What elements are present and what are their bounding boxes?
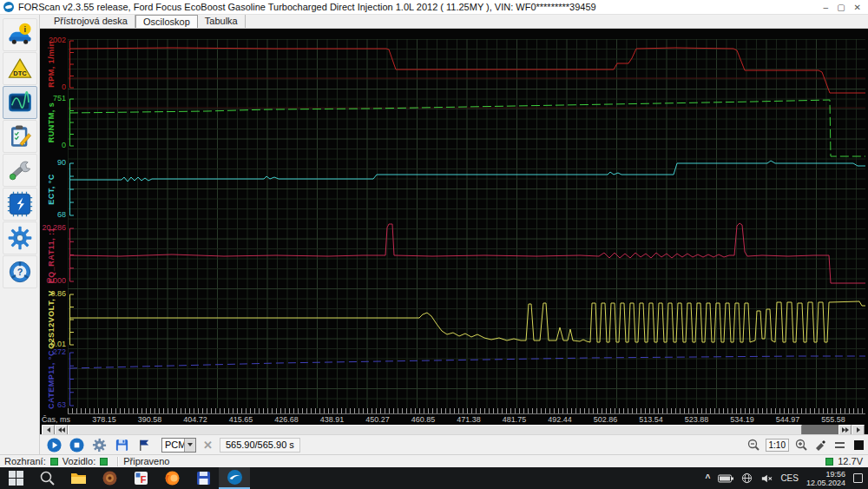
forscan-app-icon xyxy=(3,2,14,12)
taskbar-file-explorer[interactable] xyxy=(62,467,94,489)
sidebar-item-dtc[interactable]: DTC xyxy=(3,52,37,85)
link-disabled-icon[interactable]: ✕ xyxy=(203,439,213,452)
channel-min-value: 68 xyxy=(41,211,66,219)
sidebar-item-tests[interactable] xyxy=(3,120,37,153)
marker-pin-icon xyxy=(813,438,827,452)
svg-text:?: ? xyxy=(16,267,23,277)
clock-time: 19:56 xyxy=(825,470,845,479)
tab-table[interactable]: Tabulka xyxy=(198,15,246,28)
combo-dropdown-button[interactable] xyxy=(184,439,195,452)
svg-text:i: i xyxy=(23,25,26,34)
sidebar-item-service[interactable] xyxy=(3,154,37,187)
save-button[interactable] xyxy=(114,437,130,453)
clock-date: 12.05.2024 xyxy=(806,479,845,487)
lines-icon xyxy=(835,442,845,448)
sidebar-item-vehicle-info[interactable]: i xyxy=(3,18,37,51)
channel-max-value: 90 xyxy=(41,159,66,167)
playback-time-counter: 565.90/565.90 s xyxy=(220,438,300,453)
taskbar-search-button[interactable] xyxy=(31,467,62,489)
dtc-warning-icon: DTC xyxy=(7,56,33,82)
time-tick-label: 555.58 xyxy=(821,415,845,424)
channel-max-value: 2002 xyxy=(41,36,66,44)
battery-voltage: 12.7V xyxy=(838,456,863,466)
tray-chevron-up-icon[interactable]: ^ xyxy=(706,473,711,483)
configuration-chip-icon xyxy=(7,191,33,217)
status-bar: Rozhraní: Vozidlo: Připraveno 12.7V xyxy=(0,454,868,467)
taskbar-app-f[interactable]: F xyxy=(125,467,156,489)
status-text: Připraveno xyxy=(123,456,169,466)
grid-lines-button[interactable] xyxy=(832,438,846,452)
statusbar-divider xyxy=(117,457,118,466)
taskbar-app-brown[interactable] xyxy=(94,467,125,489)
background-color-button[interactable] xyxy=(852,438,865,452)
chevron-down-icon xyxy=(187,443,193,449)
round-app-icon xyxy=(102,470,118,486)
scope-plot[interactable] xyxy=(68,39,865,408)
action-center-icon[interactable] xyxy=(853,473,863,483)
taskbar-firefox[interactable] xyxy=(156,467,187,489)
speaker-muted-icon[interactable] xyxy=(760,473,773,484)
channel-min-value: 0.000 xyxy=(41,277,66,285)
time-tick-label: 534.19 xyxy=(730,415,754,424)
taskbar-app-floppy[interactable] xyxy=(187,467,219,489)
channel-label-1: RPM, 1/min xyxy=(47,41,56,88)
folder-icon xyxy=(70,470,87,486)
svg-text:DTC: DTC xyxy=(13,69,27,77)
tab-dashboard[interactable]: Přístrojová deska xyxy=(47,15,135,28)
marker-flag-button[interactable] xyxy=(136,437,153,453)
voltage-led xyxy=(825,458,833,466)
windows-logo-icon xyxy=(8,470,24,486)
time-tick-label: 378.15 xyxy=(92,415,116,424)
network-globe-icon[interactable] xyxy=(741,472,753,484)
interface-label: Rozhraní: xyxy=(0,456,46,466)
time-tick-label: 492.44 xyxy=(548,415,572,424)
black-square-icon xyxy=(854,440,864,450)
taskbar-forscan[interactable] xyxy=(219,467,250,489)
windows-taskbar: F ^ C xyxy=(0,467,868,489)
zoom-out-button[interactable] xyxy=(746,438,760,452)
time-tick-label: 426.68 xyxy=(274,415,299,424)
start-button[interactable] xyxy=(0,467,31,489)
channel-max-value: 272 xyxy=(41,348,66,356)
vehicle-info-icon: i xyxy=(7,22,33,48)
tests-clipboard-icon xyxy=(7,123,33,149)
sidebar-item-oscilloscope[interactable] xyxy=(3,86,37,119)
minimize-icon[interactable]: – xyxy=(824,3,829,12)
time-tick-label: 390.58 xyxy=(138,415,162,424)
battery-icon[interactable] xyxy=(718,474,733,483)
sidebar-item-settings[interactable] xyxy=(3,221,37,254)
title-bar: FORScan v2.3.55 release, Ford Focus EcoB… xyxy=(0,0,868,15)
close-icon[interactable]: ✕ xyxy=(854,3,861,12)
cursor-marker-button[interactable] xyxy=(813,438,827,452)
channel-label-3: ECT, °C xyxy=(47,174,56,205)
tab-oscilloscope[interactable]: Osciloskop xyxy=(135,15,198,28)
maximize-icon[interactable]: ▢ xyxy=(837,3,845,12)
channel-max-value: 0.86 xyxy=(41,290,66,298)
vehicle-status-led xyxy=(100,458,108,466)
zoom-in-icon xyxy=(794,438,808,452)
time-tick-label: 415.65 xyxy=(229,415,253,424)
play-icon xyxy=(47,438,62,453)
taskbar-clock[interactable]: 19:56 12.05.2024 xyxy=(806,470,845,487)
flag-icon xyxy=(137,438,152,453)
channel-max-value: 20.286 xyxy=(41,224,66,232)
play-button[interactable] xyxy=(46,437,62,453)
stop-icon xyxy=(69,438,84,453)
settings-gear-icon xyxy=(7,225,33,251)
sidebar-item-help[interactable]: ? xyxy=(3,255,37,288)
channel-axes xyxy=(70,41,75,406)
language-indicator[interactable]: CES xyxy=(780,473,799,483)
zoom-in-button[interactable] xyxy=(794,438,808,452)
window-title: FORScan v2.3.55 release, Ford Focus EcoB… xyxy=(18,2,824,12)
save-floppy-icon xyxy=(115,438,129,453)
scope-settings-button[interactable] xyxy=(91,437,108,453)
svg-text:F: F xyxy=(140,474,146,485)
module-select[interactable]: PCM xyxy=(161,438,196,453)
sidebar-item-configuration[interactable] xyxy=(3,188,37,221)
stop-button[interactable] xyxy=(69,437,85,453)
module-select-value: PCM xyxy=(165,439,186,450)
zoom-ratio-value: 1:10 xyxy=(766,439,789,452)
time-axis-ticks xyxy=(68,408,865,414)
plot-grid xyxy=(68,39,865,408)
time-tick-label: 471.38 xyxy=(457,415,481,424)
